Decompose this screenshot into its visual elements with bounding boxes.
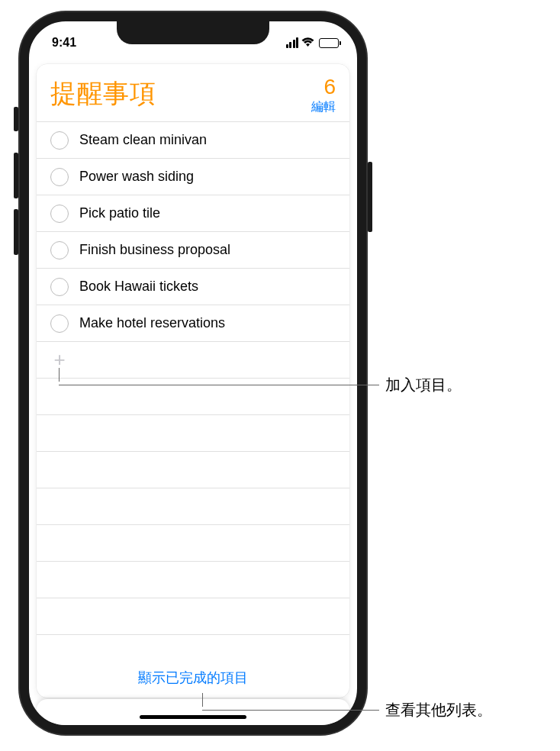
callout-text: 加入項目。 xyxy=(385,375,462,395)
completion-circle-icon[interactable] xyxy=(50,278,69,296)
empty-row xyxy=(37,562,349,598)
plus-icon: + xyxy=(50,351,69,369)
reminder-row[interactable]: Pick patio tile xyxy=(37,195,349,232)
reminder-text: Power wash siding xyxy=(79,169,194,185)
reminder-text: Steam clean minivan xyxy=(79,132,207,148)
completion-circle-icon[interactable] xyxy=(50,241,69,259)
wifi-icon xyxy=(301,37,314,50)
empty-row xyxy=(37,598,349,635)
reminder-row[interactable]: Power wash siding xyxy=(37,159,349,195)
reminder-row[interactable]: Make hotel reservations xyxy=(37,305,349,342)
reminder-count: 6 xyxy=(311,76,336,98)
status-time: 9:41 xyxy=(47,36,76,50)
reminder-text: Pick patio tile xyxy=(79,205,160,221)
empty-row xyxy=(37,525,349,562)
callout-text: 查看其他列表。 xyxy=(385,700,492,720)
completion-circle-icon[interactable] xyxy=(50,131,69,150)
completion-circle-icon[interactable] xyxy=(50,314,69,333)
callout-add-item: 加入項目。 xyxy=(59,375,462,395)
add-reminder-row[interactable]: + xyxy=(37,342,349,379)
phone-frame: 9:41 提醒事項 6 編輯 Steam clean minivan xyxy=(20,12,366,734)
reminder-text: Make hotel reservations xyxy=(79,315,225,331)
reminder-text: Book Hawaii tickets xyxy=(79,279,198,295)
empty-row xyxy=(37,452,349,488)
phone-notch xyxy=(117,21,269,44)
completion-circle-icon[interactable] xyxy=(50,205,69,223)
list-title: 提醒事項 xyxy=(50,76,156,111)
edit-button[interactable]: 編輯 xyxy=(311,99,336,115)
cellular-signal-icon xyxy=(286,37,299,48)
callout-view-lists: 查看其他列表。 xyxy=(202,700,492,720)
reminder-row[interactable]: Finish business proposal xyxy=(37,232,349,269)
empty-row xyxy=(37,415,349,452)
card-header: 提醒事項 6 編輯 xyxy=(37,64,349,121)
completion-circle-icon[interactable] xyxy=(50,168,69,186)
reminder-text: Finish business proposal xyxy=(79,242,230,258)
show-completed-button[interactable]: 顯示已完成的項目 xyxy=(37,669,349,687)
reminder-row[interactable]: Book Hawaii tickets xyxy=(37,269,349,305)
reminder-row[interactable]: Steam clean minivan xyxy=(37,122,349,159)
battery-icon xyxy=(319,38,339,48)
empty-row xyxy=(37,488,349,525)
